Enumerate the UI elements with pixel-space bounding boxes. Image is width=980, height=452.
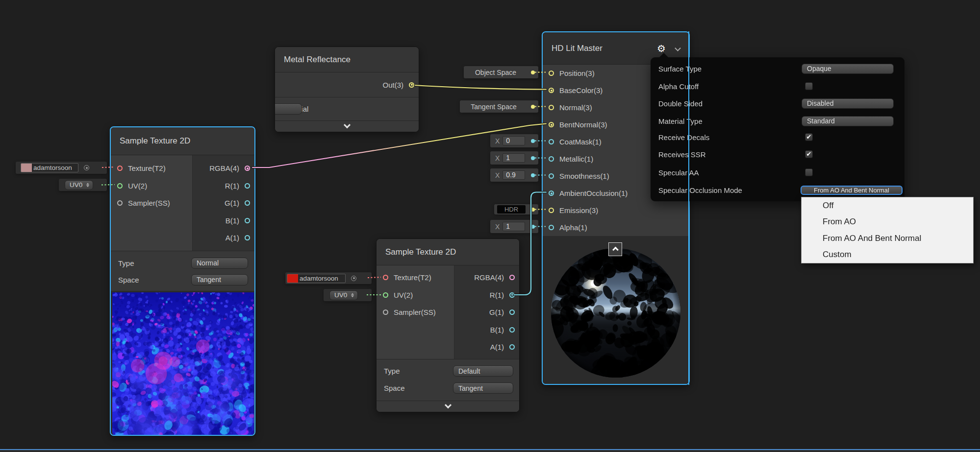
output-port-icon[interactable] <box>409 82 414 88</box>
input-port-icon[interactable] <box>383 275 388 280</box>
settings-dropdown[interactable]: Standard <box>802 116 894 126</box>
output-port-icon[interactable] <box>245 183 250 189</box>
pill-port-dot[interactable] <box>531 156 535 160</box>
output-port-icon[interactable] <box>509 275 515 280</box>
output-port-icon[interactable] <box>245 218 250 223</box>
control-dropdown[interactable]: Default <box>453 365 513 377</box>
settings-checkbox[interactable] <box>805 133 813 141</box>
value-field[interactable]: 0.9 <box>503 170 525 180</box>
pill-metallic-value[interactable]: X 1 <box>490 151 538 165</box>
settings-enum-field-focused[interactable]: From AO And Bent Normal <box>801 186 903 195</box>
value-field[interactable]: 1 <box>503 153 525 163</box>
input-port-icon[interactable] <box>383 309 388 315</box>
input-port-icon[interactable] <box>549 88 554 93</box>
pill-port-dot[interactable] <box>531 71 535 74</box>
output-port-icon[interactable] <box>509 309 515 315</box>
port-label: Sampler(SS) <box>394 308 436 316</box>
control-dropdown[interactable]: Normal <box>191 258 248 269</box>
panel-caret <box>659 53 669 58</box>
input-port-icon[interactable] <box>383 292 388 298</box>
input-port-icon[interactable] <box>549 139 554 144</box>
chevron-up-icon <box>612 246 619 253</box>
settings-dropdown[interactable]: Disabled <box>802 98 894 109</box>
input-port-icon[interactable] <box>117 166 123 171</box>
pill-object-space[interactable]: Object Space <box>464 66 538 78</box>
pill-port-dot[interactable] <box>531 225 535 229</box>
input-port-icon[interactable] <box>117 200 123 206</box>
port-label: RGBA(4) <box>474 273 504 282</box>
port-label: R(1) <box>490 291 504 299</box>
object-picker-icon[interactable] <box>84 165 89 170</box>
object-field[interactable]: adamtorsoon <box>21 163 78 172</box>
enum-popup-option[interactable]: Custom <box>802 247 973 263</box>
gear-icon[interactable]: ⚙ <box>657 44 666 53</box>
uv-dropdown[interactable]: UV0 <box>329 290 358 300</box>
enum-option-label: Off <box>823 201 833 211</box>
input-port-icon[interactable] <box>549 71 554 76</box>
node-output-port-row: RGBA(4) <box>454 269 519 286</box>
pill-coatmask-value[interactable]: X 0 <box>490 134 538 147</box>
input-port-icon[interactable] <box>549 190 554 196</box>
chevron-down-icon <box>444 402 451 408</box>
node-sample-texture-2d-bottom[interactable]: Sample Texture 2D Texture(T2) UV(2) Samp… <box>376 238 520 412</box>
enum-popup-option[interactable]: Off <box>802 197 973 214</box>
shader-graph-canvas[interactable]: { "nodes": { "sample_left": { "title": "… <box>0 0 980 452</box>
port-label: A(1) <box>490 343 504 351</box>
node-control-row: Space Tangent <box>111 271 254 288</box>
node-output-port-row: A(1) <box>193 229 254 247</box>
object-picker-icon[interactable] <box>351 276 356 281</box>
node-titlebar[interactable]: Sample Texture 2D <box>111 127 254 155</box>
input-port-icon[interactable] <box>549 208 554 213</box>
settings-checkbox[interactable] <box>805 150 813 158</box>
input-port-icon[interactable] <box>549 105 554 110</box>
pill-alpha-value[interactable]: X 1 <box>490 220 538 233</box>
settings-checkbox[interactable] <box>805 82 813 90</box>
settings-checkbox[interactable] <box>805 168 813 176</box>
chevron-down-icon[interactable] <box>675 45 681 51</box>
node-titlebar[interactable]: Metal Reflectance <box>275 47 419 72</box>
pill-port-dot[interactable] <box>531 208 535 212</box>
input-port-icon[interactable] <box>549 225 554 230</box>
input-port-icon[interactable] <box>549 122 554 127</box>
node-preview-area <box>111 291 254 435</box>
pill-smoothness-value[interactable]: X 0.9 <box>490 168 538 182</box>
collapse-preview-button[interactable] <box>608 242 622 256</box>
output-port-icon[interactable] <box>245 200 250 206</box>
settings-label: Alpha Cutoff <box>658 81 699 93</box>
output-port-icon[interactable] <box>245 166 250 171</box>
input-port-icon[interactable] <box>549 156 554 162</box>
value-field[interactable]: 1 <box>503 222 525 231</box>
pill-tangent-space[interactable]: Tangent Space <box>460 100 538 113</box>
pill-port-dot[interactable] <box>531 139 535 143</box>
node-collapse-button[interactable] <box>377 401 519 412</box>
input-port-icon[interactable] <box>549 173 554 179</box>
pill-emission-hdr[interactable]: HDR <box>494 204 538 214</box>
pill-uv-channel-left[interactable]: UV0 <box>59 179 107 191</box>
pill-texture-asset-bottom[interactable]: adamtorsoon <box>285 272 372 284</box>
output-port-icon[interactable] <box>509 327 515 333</box>
control-dropdown[interactable]: Iron <box>275 103 302 115</box>
control-dropdown[interactable]: Tangent <box>191 274 248 285</box>
input-port-icon[interactable] <box>117 183 123 189</box>
pill-port-dot[interactable] <box>531 105 535 109</box>
pill-port-dot[interactable] <box>531 173 535 177</box>
enum-popup-option[interactable]: From AO <box>802 214 973 231</box>
node-collapse-button[interactable] <box>275 120 419 132</box>
node-output-port-row: G(1) <box>193 194 254 212</box>
value-field[interactable]: 0 <box>503 136 525 145</box>
output-port-icon[interactable] <box>245 235 250 240</box>
node-titlebar[interactable]: Sample Texture 2D <box>377 239 519 265</box>
output-port-icon[interactable] <box>509 344 515 350</box>
settings-dropdown[interactable]: Opaque <box>802 64 894 74</box>
pill-texture-asset-left[interactable]: adamtorsoon <box>16 162 107 174</box>
output-port-icon[interactable] <box>509 292 515 298</box>
control-dropdown[interactable]: Tangent <box>453 382 513 394</box>
node-metal-reflectance[interactable]: Metal Reflectance Out(3) Material Iron <box>275 47 419 132</box>
enum-popup-option[interactable]: From AO And Bent Normal <box>802 230 973 247</box>
pill-uv-channel-bottom[interactable]: UV0 <box>324 289 372 301</box>
uv-dropdown[interactable]: UV0 <box>65 180 93 190</box>
object-field[interactable]: adamtorsoon <box>287 274 346 283</box>
node-sample-texture-2d-left[interactable]: Sample Texture 2D Texture(T2) UV(2) Samp… <box>110 126 255 436</box>
port-label: AmbientOcclusion(1) <box>559 189 628 197</box>
settings-label: Surface Type <box>658 63 702 75</box>
